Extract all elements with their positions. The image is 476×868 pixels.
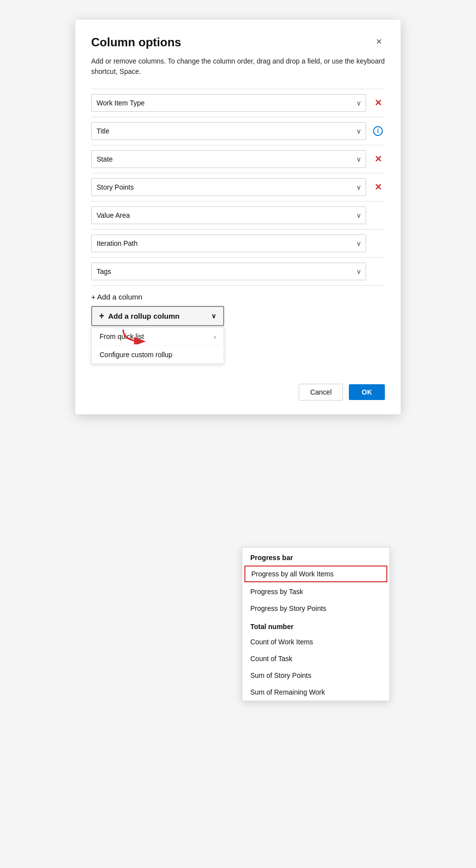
column-select-wrapper: Story Points∨: [91, 178, 366, 196]
col-state-select[interactable]: State: [91, 150, 366, 168]
row-action: i: [371, 126, 385, 136]
rollup-submenu: From quick list›Configure custom rollup: [91, 327, 224, 364]
column-row: Title∨i: [91, 117, 385, 145]
chevron-right-icon: ›: [214, 333, 216, 340]
column-row: State∨✕: [91, 145, 385, 173]
sum-remaining-dropdown-item[interactable]: Sum of Remaining Work: [242, 684, 389, 701]
row-action: ✕: [371, 183, 385, 192]
configure-custom-menu-item[interactable]: Configure custom rollup: [92, 346, 224, 364]
col-work-item-type-remove-button[interactable]: ✕: [374, 99, 382, 107]
column-select-wrapper: State∨: [91, 150, 366, 168]
rollup-chevron-icon: ∨: [211, 312, 216, 320]
column-row: Story Points∨✕: [91, 173, 385, 201]
progress-task-dropdown-item[interactable]: Progress by Task: [242, 583, 389, 600]
column-row: Iteration Path∨: [91, 229, 385, 257]
col-work-item-type-select[interactable]: Work Item Type: [91, 94, 366, 112]
rollup-dropdown: Progress barProgress by all Work ItemsPr…: [242, 547, 390, 701]
add-column-button[interactable]: + Add a column: [91, 286, 142, 301]
column-row: Value Area∨: [91, 201, 385, 229]
count-task-dropdown-item[interactable]: Count of Task: [242, 650, 389, 667]
close-button[interactable]: ×: [373, 35, 385, 47]
col-iteration-path-select[interactable]: Iteration Path: [91, 234, 366, 252]
col-story-points-remove-button[interactable]: ✕: [374, 183, 382, 192]
rollup-section: + Add a rollup column ∨ From quick list›…: [91, 306, 385, 364]
rollup-plus-icon: +: [99, 311, 104, 321]
column-list: Work Item Type∨✕Title∨iState∨✕Story Poin…: [91, 89, 385, 286]
column-row: Work Item Type∨✕: [91, 89, 385, 117]
column-row: Tags∨: [91, 257, 385, 286]
dialog-footer: Cancel OK: [91, 384, 385, 401]
add-column-label: + Add a column: [91, 293, 142, 301]
progress-story-dropdown-item[interactable]: Progress by Story Points: [242, 600, 389, 617]
column-select-wrapper: Iteration Path∨: [91, 234, 366, 252]
dropdown-section-header: Progress bar: [242, 548, 389, 565]
from-quick-list-label: From quick list: [100, 333, 144, 340]
ok-button[interactable]: OK: [349, 384, 385, 400]
cancel-button[interactable]: Cancel: [299, 384, 343, 401]
col-state-remove-button[interactable]: ✕: [374, 155, 382, 164]
dialog-title: Column options: [91, 35, 181, 49]
col-title-select[interactable]: Title: [91, 122, 366, 140]
rollup-main-label: Add a rollup column: [108, 312, 180, 320]
column-options-dialog: Column options × Add or remove columns. …: [75, 20, 401, 414]
sum-story-dropdown-item[interactable]: Sum of Story Points: [242, 667, 389, 684]
dropdown-section-header: Total number: [242, 617, 389, 634]
column-select-wrapper: Tags∨: [91, 263, 366, 280]
add-rollup-button[interactable]: + Add a rollup column ∨: [91, 306, 224, 326]
col-value-area-select[interactable]: Value Area: [91, 206, 366, 224]
from-quick-list-menu-item[interactable]: From quick list›: [92, 328, 224, 346]
col-title-info-button[interactable]: i: [373, 126, 383, 136]
progress-all-dropdown-item[interactable]: Progress by all Work Items: [244, 566, 387, 582]
count-work-dropdown-item[interactable]: Count of Work Items: [242, 634, 389, 650]
row-action: ✕: [371, 99, 385, 107]
configure-custom-label: Configure custom rollup: [100, 351, 172, 359]
col-story-points-select[interactable]: Story Points: [91, 178, 366, 196]
dialog-description: Add or remove columns. To change the col…: [91, 56, 385, 77]
row-action: ✕: [371, 155, 385, 164]
dialog-header: Column options ×: [91, 35, 385, 49]
col-tags-select[interactable]: Tags: [91, 263, 366, 280]
column-select-wrapper: Title∨: [91, 122, 366, 140]
column-select-wrapper: Value Area∨: [91, 206, 366, 224]
column-select-wrapper: Work Item Type∨: [91, 94, 366, 112]
